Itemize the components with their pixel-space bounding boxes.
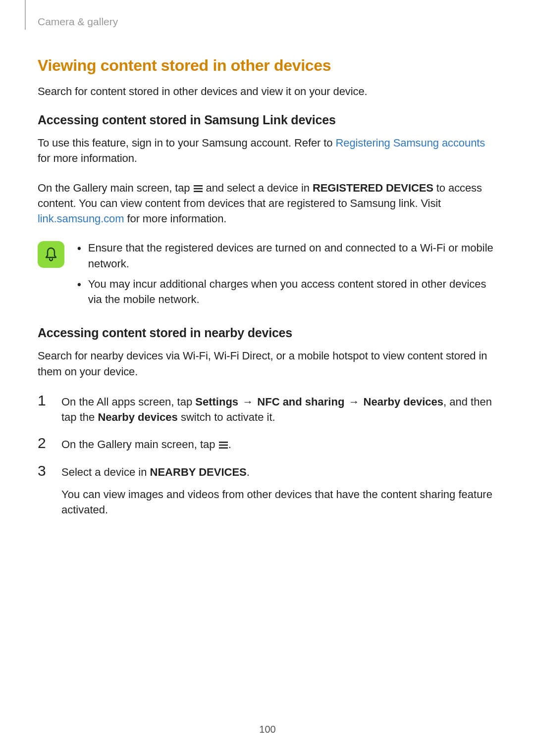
link-registering-samsung-accounts[interactable]: Registering Samsung accounts (335, 137, 485, 149)
step-sub-paragraph: You can view images and videos from othe… (61, 487, 497, 517)
subsection-heading-samsung-link: Accessing content stored in Samsung Link… (38, 113, 497, 127)
numbered-step: 3 Select a device in NEARBY DEVICES. You… (38, 463, 497, 518)
bullet-text: Ensure that the registered devices are t… (88, 240, 497, 271)
step-number: 2 (38, 436, 53, 451)
text-run: Select a device in (61, 466, 150, 478)
notice-bell-icon (38, 241, 64, 268)
svg-rect-2 (194, 191, 203, 192)
bold-text: NFC and sharing (257, 396, 344, 408)
text-run: for more information. (38, 152, 137, 164)
numbered-step: 2 On the Gallery main screen, tap . (38, 436, 497, 452)
bold-text: Settings (195, 396, 238, 408)
text-run: . (247, 466, 250, 478)
step-body: On the Gallery main screen, tap . (61, 436, 497, 452)
note-bullet: • Ensure that the registered devices are… (77, 240, 497, 271)
step-body: On the All apps screen, tap Settings → N… (61, 393, 497, 425)
note-bullet: • You may incur additional charges when … (77, 276, 497, 307)
text-run: On the Gallery main screen, tap (38, 182, 193, 194)
bullet-dot: • (77, 276, 81, 292)
section-heading: Viewing content stored in other devices (38, 56, 497, 75)
breadcrumb: Camera & gallery (38, 16, 497, 28)
bold-text: Nearby devices (98, 411, 177, 423)
step-number: 3 (38, 463, 53, 478)
subsection-heading-nearby-devices: Accessing content stored in nearby devic… (38, 326, 497, 340)
page-number: 100 (0, 724, 535, 735)
note-block: • Ensure that the registered devices are… (38, 240, 497, 312)
step-number: 1 (38, 393, 53, 408)
svg-rect-3 (219, 442, 228, 443)
menu-icon (218, 441, 228, 449)
text-run: and select a device in (203, 182, 313, 194)
bold-text: REGISTERED DEVICES (313, 182, 433, 194)
bullet-dot: • (77, 240, 81, 256)
paragraph: On the Gallery main screen, tap and sele… (38, 180, 497, 227)
text-run: To use this feature, sign in to your Sam… (38, 137, 335, 149)
svg-rect-4 (219, 445, 228, 446)
arrow-separator: → (344, 396, 363, 408)
svg-rect-1 (194, 188, 203, 189)
menu-icon (193, 185, 203, 193)
bullet-text: You may incur additional charges when yo… (88, 276, 497, 307)
text-run: for more information. (124, 212, 226, 225)
svg-rect-0 (194, 185, 203, 187)
svg-rect-5 (219, 448, 228, 449)
intro-paragraph: Search for content stored in other devic… (38, 84, 497, 99)
paragraph: To use this feature, sign in to your Sam… (38, 135, 497, 166)
text-run: . (228, 438, 231, 451)
step-body: Select a device in NEARBY DEVICES. You c… (61, 463, 497, 518)
text-run: On the All apps screen, tap (61, 396, 195, 408)
bold-text: Nearby devices (364, 396, 443, 408)
bold-text: NEARBY DEVICES (150, 466, 247, 478)
text-run: switch to activate it. (178, 411, 275, 423)
numbered-step: 1 On the All apps screen, tap Settings →… (38, 393, 497, 425)
text-run: On the Gallery main screen, tap (61, 438, 218, 451)
paragraph: Search for nearby devices via Wi-Fi, Wi-… (38, 348, 497, 379)
link-samsung-com[interactable]: link.samsung.com (38, 212, 124, 225)
left-margin-rule (25, 0, 26, 30)
arrow-separator: → (238, 396, 257, 408)
